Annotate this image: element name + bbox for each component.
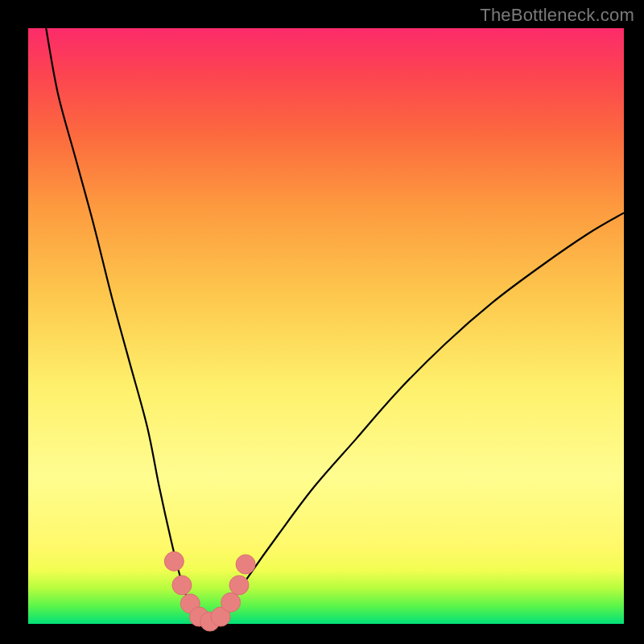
chart-frame: TheBottleneck.com	[0, 0, 644, 644]
curve-marker	[221, 592, 241, 612]
chart-svg	[28, 28, 624, 624]
bottleneck-curve	[46, 28, 624, 622]
curve-marker	[229, 576, 249, 595]
curve-marker	[164, 551, 184, 571]
watermark-label: TheBottleneck.com	[480, 5, 634, 26]
curve-marker	[236, 555, 255, 574]
curve-marker	[172, 576, 192, 595]
chart-plot-area	[28, 28, 624, 624]
curve-markers	[164, 551, 255, 631]
